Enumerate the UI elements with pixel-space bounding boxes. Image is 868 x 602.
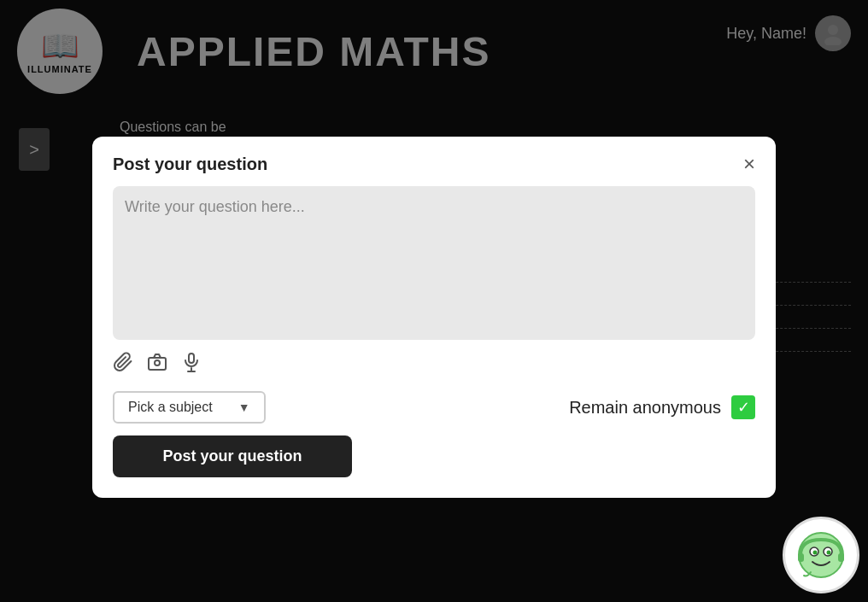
subject-dropdown-label: Pick a subject <box>128 400 213 415</box>
subject-dropdown[interactable]: Pick a subject ▼ <box>113 391 266 424</box>
modal-title: Post your question <box>113 155 267 174</box>
svg-point-11 <box>827 551 831 555</box>
question-input[interactable] <box>113 186 755 340</box>
chevron-down-icon: ▼ <box>238 400 250 414</box>
microphone-icon[interactable] <box>181 352 202 377</box>
modal-dialog: Post your question × <box>92 137 776 498</box>
svg-point-3 <box>155 360 160 365</box>
modal-bottom: Pick a subject ▼ Remain anonymous ✓ <box>113 391 755 424</box>
camera-icon[interactable] <box>147 352 167 377</box>
robot-assistant[interactable] <box>783 517 859 593</box>
anonymous-area: Remain anonymous ✓ <box>569 395 755 419</box>
post-question-button[interactable]: Post your question <box>113 435 352 477</box>
svg-rect-12 <box>798 553 804 562</box>
modal-overlay: Post your question × <box>0 0 868 602</box>
anonymous-checkbox[interactable]: ✓ <box>731 395 755 419</box>
svg-point-10 <box>813 551 818 555</box>
anonymous-label: Remain anonymous <box>569 398 721 418</box>
svg-rect-13 <box>838 553 844 562</box>
close-button[interactable]: × <box>743 154 755 174</box>
toolbar <box>113 352 755 377</box>
modal-header: Post your question × <box>113 154 755 174</box>
attachment-icon[interactable] <box>113 352 133 377</box>
svg-rect-4 <box>189 354 194 363</box>
robot-icon <box>783 517 859 593</box>
